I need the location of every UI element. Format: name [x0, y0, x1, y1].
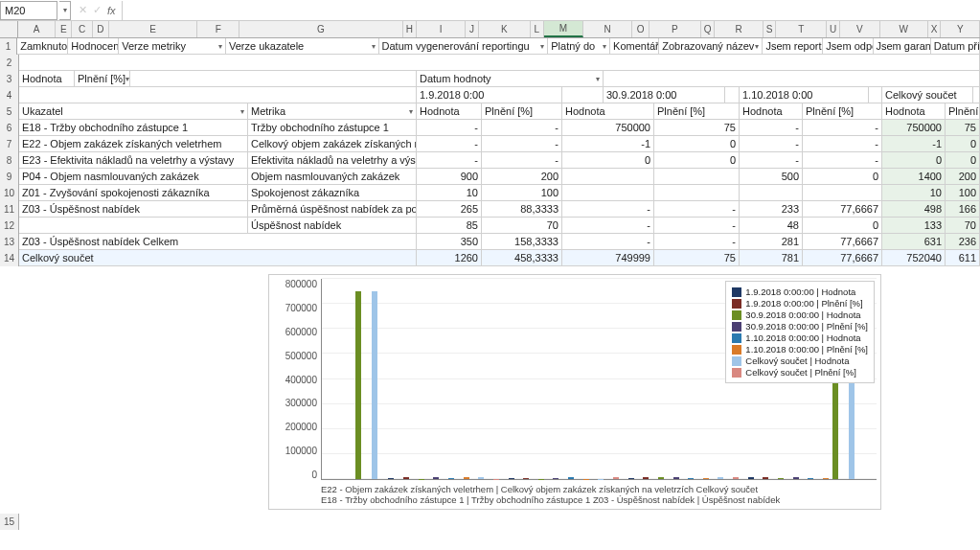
val[interactable]: 0 — [654, 152, 740, 169]
val[interactable]: - — [803, 136, 882, 152]
val[interactable]: 166 — [946, 201, 980, 218]
row-header-7[interactable]: 7 — [0, 136, 19, 152]
val[interactable]: - — [740, 120, 803, 136]
val[interactable]: 158,3333 — [482, 234, 562, 250]
val[interactable]: - — [803, 120, 882, 136]
val[interactable]: 781 — [740, 250, 803, 266]
col-header-P[interactable]: P — [650, 21, 701, 37]
col-header-M[interactable]: M — [544, 21, 584, 37]
row-header-3[interactable]: 3 — [0, 71, 19, 87]
formula-input[interactable] — [122, 1, 980, 20]
data-metrika[interactable]: Objem nasmlouvaných zakázek — [248, 169, 417, 185]
label-datum-hodnoty[interactable]: Datum hodnoty — [417, 71, 604, 87]
val[interactable]: - — [562, 218, 654, 234]
data-ukazatel[interactable]: E18 - Tržby obchodního zástupce 1 — [19, 120, 248, 136]
col-header-C[interactable]: C — [72, 21, 92, 37]
val[interactable]: 0 — [654, 136, 740, 152]
val[interactable]: - — [562, 201, 654, 218]
val[interactable]: -1 — [882, 136, 946, 152]
col-header-T[interactable]: T — [776, 21, 827, 37]
data-metrika[interactable]: Spokojenost zákazníka — [248, 185, 417, 201]
col-header-D[interactable]: D — [93, 21, 109, 37]
name-box-dropdown[interactable]: ▾ — [59, 1, 71, 20]
cell[interactable] — [725, 87, 740, 103]
row-header-13[interactable]: 13 — [0, 234, 19, 250]
val[interactable]: 458,3333 — [482, 250, 562, 266]
val[interactable]: - — [562, 234, 654, 250]
data-metrika[interactable]: Úspěšnost nabídek — [248, 218, 417, 234]
data-ukazatel[interactable] — [19, 218, 248, 234]
col-header-E[interactable]: E — [109, 21, 197, 37]
val[interactable]: 75 — [946, 120, 980, 136]
cell[interactable] — [869, 87, 882, 103]
row-header-1[interactable]: 1 — [0, 38, 17, 55]
val[interactable]: 752040 — [882, 250, 946, 266]
val[interactable]: - — [482, 136, 562, 152]
filter-zamknuto[interactable]: Zamknuto — [17, 38, 68, 55]
date-3[interactable]: 1.10.2018 0:00 — [740, 87, 869, 103]
val[interactable]: 0 — [882, 152, 946, 169]
spreadsheet-grid[interactable]: AECDEFGHIJKLMNOPQRSTUVWXY 1ZamknutoHodno… — [0, 21, 980, 530]
val[interactable]: 1400 — [882, 169, 946, 185]
col-header-F[interactable]: F — [197, 21, 239, 37]
col-header-A[interactable]: A — [18, 21, 56, 37]
val[interactable]: 281 — [740, 234, 803, 250]
filter-zobrazovany[interactable]: Zobrazovaný název — [659, 38, 763, 55]
filter-komentar[interactable]: Komentář — [610, 38, 659, 55]
val[interactable]: 77,6667 — [803, 250, 882, 266]
hdr-plneni-2[interactable]: Plnění [%] — [654, 103, 740, 120]
val[interactable]: - — [417, 120, 482, 136]
val[interactable]: - — [654, 218, 740, 234]
val[interactable]: - — [654, 201, 740, 218]
val[interactable]: 750000 — [562, 120, 654, 136]
label-hodnota[interactable]: Hodnota — [19, 71, 75, 87]
col-header-H[interactable]: H — [403, 21, 418, 37]
filter-garant[interactable]: Jsem garant — [874, 38, 931, 55]
val[interactable]: - — [803, 152, 882, 169]
cell[interactable] — [562, 87, 604, 103]
col-header-K[interactable]: K — [479, 21, 531, 37]
cell[interactable] — [604, 71, 980, 87]
val[interactable] — [740, 185, 803, 201]
val[interactable]: 48 — [740, 218, 803, 234]
subtotal-label[interactable]: Z03 - Úspěšnost nabídek Celkem — [19, 234, 417, 250]
data-metrika[interactable]: Efektivita nákladů na veletrhy a výstavy — [248, 152, 417, 169]
col-header-Q[interactable]: Q — [701, 21, 716, 37]
val[interactable]: 0 — [803, 169, 882, 185]
date-1[interactable]: 1.9.2018 0:00 — [417, 87, 562, 103]
val[interactable]: 100 — [946, 185, 980, 201]
val[interactable] — [562, 185, 654, 201]
val[interactable]: 0 — [946, 152, 980, 169]
val[interactable]: 0 — [803, 218, 882, 234]
col-header-J[interactable]: J — [466, 21, 479, 37]
row-header-11[interactable]: 11 — [0, 201, 19, 218]
col-header-L[interactable]: L — [531, 21, 544, 37]
val[interactable]: 1260 — [417, 250, 482, 266]
val[interactable]: -1 — [562, 136, 654, 152]
cell[interactable] — [973, 87, 980, 103]
val[interactable]: - — [740, 152, 803, 169]
col-header-U[interactable]: U — [827, 21, 840, 37]
filter-verze-ukazatele[interactable]: Verze ukazatele — [226, 38, 379, 55]
row-header-2[interactable]: 2 — [0, 55, 19, 71]
val[interactable]: 265 — [417, 201, 482, 218]
col-header-S[interactable]: S — [763, 21, 777, 37]
val[interactable]: 10 — [417, 185, 482, 201]
cell[interactable] — [19, 87, 417, 103]
val[interactable]: 749999 — [562, 250, 654, 266]
val[interactable]: 900 — [417, 169, 482, 185]
hdr-plneni-3[interactable]: Plnění [%] — [803, 103, 882, 120]
hdr-ukazatel[interactable]: Ukazatel — [19, 103, 248, 120]
val[interactable]: 233 — [740, 201, 803, 218]
col-header-V[interactable]: V — [840, 21, 880, 37]
val[interactable]: 750000 — [882, 120, 946, 136]
val[interactable]: 631 — [882, 234, 946, 250]
val[interactable]: - — [482, 152, 562, 169]
row-header-4[interactable]: 4 — [0, 87, 19, 103]
val[interactable]: 70 — [482, 218, 562, 234]
fx-icon[interactable]: fx — [107, 5, 116, 16]
hdr-plneni-4[interactable]: Plnění [%] — [946, 103, 980, 120]
val[interactable]: 100 — [482, 185, 562, 201]
col-header-X[interactable]: X — [928, 21, 942, 37]
val[interactable]: 200 — [946, 169, 980, 185]
